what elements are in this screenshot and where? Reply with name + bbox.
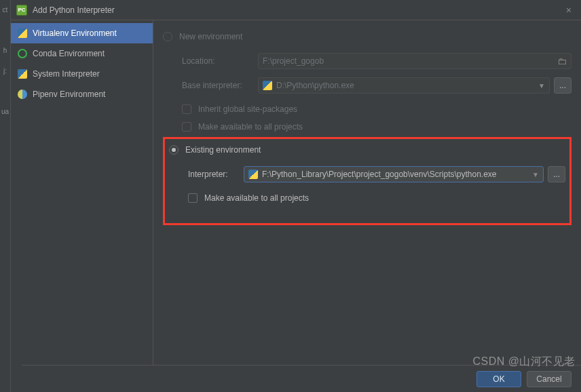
location-field-label: Location: <box>182 56 258 66</box>
sidebar-item-conda[interactable]: Conda Environment <box>11 43 153 64</box>
radio-new-env[interactable]: New environment <box>163 30 571 43</box>
conda-icon <box>18 49 27 58</box>
cancel-button[interactable]: Cancel <box>527 371 571 387</box>
sidebar-item-label: Virtualenv Environment <box>33 28 117 38</box>
available-all-checkbox-existing[interactable]: Make available to all projects <box>169 189 565 207</box>
sidebar-item-label: Pipenv Environment <box>33 90 105 99</box>
base-interpreter-dropdown: D:\Python\python.exe ▼ <box>258 77 550 94</box>
radio-label: New environment <box>179 32 242 41</box>
browse-button: ... <box>554 77 571 94</box>
existing-env-highlight: Existing environment Interpreter: F:\Pyt… <box>163 137 571 225</box>
radio-existing-env[interactable]: Existing environment <box>169 143 565 157</box>
pipenv-icon <box>18 90 27 99</box>
sidebar-item-label: System Interpreter <box>33 69 100 79</box>
ide-tool-strip: cthj:ua <box>0 0 11 392</box>
python-icon <box>18 28 27 38</box>
browse-button[interactable]: ... <box>548 166 565 182</box>
base-interpreter-label: Base interpreter: <box>182 81 258 90</box>
chevron-down-icon: ▼ <box>538 82 545 90</box>
checkbox-icon <box>182 104 191 114</box>
new-env-section: New environment Location: F:\project_gog… <box>163 30 571 136</box>
python-icon <box>18 69 27 79</box>
pycharm-icon: PC <box>16 5 27 16</box>
close-icon[interactable]: × <box>562 5 576 16</box>
checkbox-label: Make available to all projects <box>204 193 309 203</box>
sidebar-item-system[interactable]: System Interpreter <box>11 64 153 84</box>
inherit-checkbox: Inherit global site-packages <box>163 100 571 118</box>
available-all-checkbox-new: Make available to all projects <box>163 118 571 136</box>
add-interpreter-dialog: PC Add Python Interpreter × Virtualenv E… <box>11 0 581 392</box>
checkbox-label: Make available to all projects <box>198 122 303 132</box>
main-panel: New environment Location: F:\project_gog… <box>153 20 581 365</box>
radio-icon <box>169 145 179 155</box>
location-value: F:\project_gogob <box>263 56 324 66</box>
sidebar-item-pipenv[interactable]: Pipenv Environment <box>11 84 153 104</box>
location-field: F:\project_gogob 🗀 <box>258 53 571 69</box>
sidebar-item-label: Conda Environment <box>33 49 105 58</box>
ok-button[interactable]: OK <box>476 371 521 387</box>
interpreter-value: F:\Python_Library\Project\project_gogob\… <box>262 170 497 179</box>
folder-icon: 🗀 <box>557 56 567 66</box>
radio-icon <box>163 32 172 41</box>
python-icon <box>248 170 258 179</box>
checkbox-icon <box>182 122 191 132</box>
checkbox-label: Inherit global site-packages <box>198 104 297 114</box>
dialog-footer: OK Cancel <box>22 365 581 392</box>
env-type-sidebar: Virtualenv Environment Conda Environment… <box>11 20 153 365</box>
watermark: CSDN @山河不见老 <box>472 355 576 369</box>
checkbox-icon <box>188 193 198 203</box>
window-title: Add Python Interpreter <box>33 5 562 15</box>
radio-label: Existing environment <box>185 145 261 155</box>
base-interpreter-value: D:\Python\python.exe <box>276 81 354 90</box>
python-icon <box>263 81 272 90</box>
interpreter-dropdown[interactable]: F:\Python_Library\Project\project_gogob\… <box>244 166 544 182</box>
sidebar-item-virtualenv[interactable]: Virtualenv Environment <box>11 23 153 43</box>
chevron-down-icon: ▼ <box>532 171 539 178</box>
interpreter-field-label: Interpreter: <box>188 170 244 179</box>
titlebar: PC Add Python Interpreter × <box>11 0 581 20</box>
